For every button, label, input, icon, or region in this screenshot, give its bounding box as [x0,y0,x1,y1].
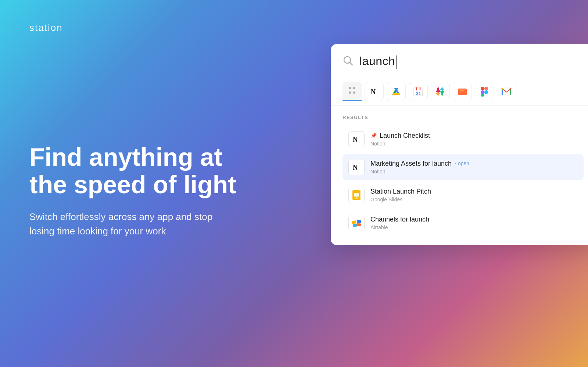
result-item-channels-for-launch[interactable]: Channels for launch Airtable [343,210,584,236]
svg-rect-30 [484,87,488,90]
result-title-2: Marketing Assets for launch - open [370,160,469,168]
svg-rect-31 [481,90,484,94]
app-icon-all[interactable] [343,82,362,101]
result-title-1: 📌 Launch Checklist [370,132,430,140]
result-subtitle-3: Google Slides [370,197,431,202]
result-item-station-launch-pitch[interactable]: Station Launch Pitch Google Slides [343,182,584,208]
app-icon-gdrive[interactable] [387,82,406,101]
svg-text:N: N [371,88,376,96]
result-text-4: Channels for launch Airtable [370,216,429,230]
app-icon-notion[interactable]: N [365,82,384,101]
logo-text: station [29,22,63,33]
app-icons-row: N [331,76,588,101]
svg-rect-51 [355,198,358,199]
svg-point-5 [353,91,355,94]
result-text-3: Station Launch Pitch Google Slides [370,188,431,202]
results-label: RESULTS [343,115,584,120]
result-text-2: Marketing Assets for launch - open Notio… [370,160,469,174]
search-icon [343,55,354,68]
app-icon-gcalendar[interactable]: 31 [409,82,428,101]
svg-rect-29 [481,87,484,90]
svg-rect-49 [354,193,359,197]
svg-marker-12 [392,93,400,95]
svg-text:31: 31 [416,91,421,96]
svg-rect-15 [414,89,423,90]
app-icon-figma[interactable] [475,82,494,101]
result-text-1: 📌 Launch Checklist Notion [370,132,430,147]
result-open-link-2[interactable]: - open [455,161,469,166]
hero-headline: Find anything at the speed of light [29,143,243,198]
results-section: RESULTS N 📌 Launch Checklist Notion [331,106,588,236]
result-title-3: Station Launch Pitch [370,188,431,195]
result-subtitle-1: Notion [370,141,430,147]
left-panel: station Find anything at the speed of li… [29,0,243,367]
background: station Find anything at the speed of li… [0,0,588,367]
svg-point-2 [349,87,351,89]
result-subtitle-4: Airtable [370,224,429,230]
hero-subheadline: Switch effortlessly across any app and s… [29,210,213,238]
svg-point-33 [484,90,488,94]
svg-rect-20 [436,90,440,92]
result-icon-notion-2: N [348,159,365,175]
svg-rect-24 [436,93,440,94]
result-icon-slides [348,187,365,203]
result-title-4: Channels for launch [370,216,429,223]
app-icon-slack[interactable] [431,82,450,101]
svg-text:N: N [353,164,358,171]
svg-text:N: N [353,136,358,143]
svg-rect-53 [357,220,362,223]
pin-icon-1: 📌 [370,133,377,138]
search-bar: launch [331,44,588,76]
logo: station [29,22,63,33]
result-subtitle-2: Notion [370,169,469,174]
svg-point-3 [353,87,355,89]
result-item-launch-checklist[interactable]: N 📌 Launch Checklist Notion [343,126,584,152]
svg-line-1 [350,62,352,65]
svg-rect-22 [440,91,444,93]
search-input-value[interactable]: launch [359,54,584,69]
result-item-marketing-assets[interactable]: N Marketing Assets for launch - open Not… [343,154,584,180]
result-icon-notion-1: N [348,131,365,147]
result-icon-airtable [348,215,365,231]
svg-point-4 [349,91,351,94]
svg-rect-26 [440,89,444,90]
svg-rect-50 [356,197,357,198]
svg-rect-55 [356,223,361,226]
search-panel: launch N [331,44,588,245]
app-icon-sendgrid[interactable] [453,82,472,101]
svg-rect-52 [351,220,356,224]
svg-rect-32 [481,94,484,97]
app-icon-gmail[interactable] [497,82,516,101]
